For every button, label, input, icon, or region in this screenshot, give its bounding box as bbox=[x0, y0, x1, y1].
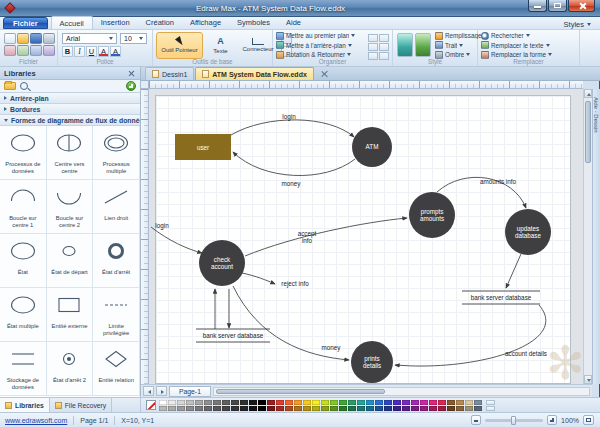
mettre-au-premier-plan-button[interactable]: Mettre au premier plan bbox=[276, 31, 355, 41]
palette-color[interactable] bbox=[186, 400, 194, 405]
no-fill-swatch[interactable] bbox=[146, 400, 156, 410]
collapsed-help-panel[interactable]: Aide - Dessin bbox=[592, 89, 600, 384]
undo-icon[interactable] bbox=[30, 45, 42, 56]
palette-color[interactable] bbox=[204, 400, 212, 405]
document-tab-atm-system-data-flow-eddx[interactable]: ATM System Data Flow.eddx bbox=[195, 67, 314, 80]
shape-centre-vers-centre[interactable]: Centre vers centre bbox=[47, 126, 94, 180]
palette-color[interactable] bbox=[294, 406, 302, 411]
palette-color[interactable] bbox=[276, 406, 284, 411]
zoom-out-button[interactable] bbox=[471, 415, 481, 425]
palette-color[interactable] bbox=[348, 406, 356, 411]
palette-color[interactable] bbox=[339, 406, 347, 411]
maximize-button[interactable] bbox=[548, 0, 567, 12]
shape-stockage-de-donn-es[interactable]: Stockage de données bbox=[0, 342, 47, 396]
panel-tab-libraries[interactable]: Libraries bbox=[0, 398, 50, 412]
styles-button[interactable]: Styles bbox=[564, 20, 591, 29]
palette-color[interactable] bbox=[330, 406, 338, 411]
palette-color[interactable] bbox=[312, 406, 320, 411]
palette-color[interactable] bbox=[474, 406, 482, 411]
format-button-3[interactable]: A bbox=[98, 46, 109, 57]
palette-color[interactable] bbox=[222, 400, 230, 405]
palette-color[interactable] bbox=[285, 406, 293, 411]
close-button[interactable] bbox=[568, 0, 595, 12]
menu-tab-cr-ation[interactable]: Création bbox=[138, 16, 182, 29]
scroll-up-icon[interactable] bbox=[584, 89, 592, 98]
palette-color[interactable] bbox=[267, 406, 275, 411]
edge-money[interactable] bbox=[233, 152, 355, 176]
palette-color[interactable] bbox=[348, 400, 356, 405]
shape-tat-de-d-part[interactable]: État de départ bbox=[47, 234, 94, 288]
connector-tool-button[interactable]: Connecteur bbox=[238, 32, 278, 59]
palette-color[interactable] bbox=[321, 400, 329, 405]
format-button-0[interactable]: B bbox=[62, 46, 73, 57]
palette-color[interactable] bbox=[393, 406, 401, 411]
horizontal-scroll-thumb[interactable] bbox=[216, 389, 385, 394]
copy-icon[interactable] bbox=[17, 45, 29, 56]
palette-color[interactable] bbox=[168, 400, 176, 405]
palette-color[interactable] bbox=[258, 400, 266, 405]
palette-color[interactable] bbox=[465, 400, 473, 405]
palette-color[interactable] bbox=[330, 400, 338, 405]
style-gallery-button-2[interactable] bbox=[415, 33, 431, 57]
palette-color[interactable] bbox=[312, 400, 320, 405]
palette-color[interactable] bbox=[411, 400, 419, 405]
palette-color[interactable] bbox=[384, 406, 392, 411]
edge-login[interactable] bbox=[231, 120, 354, 137]
edge-login[interactable] bbox=[151, 227, 202, 253]
palette-color[interactable] bbox=[159, 406, 167, 411]
menu-tab-aide[interactable]: Aide bbox=[278, 16, 309, 29]
palette-color[interactable] bbox=[177, 400, 185, 405]
palette-color[interactable] bbox=[177, 406, 185, 411]
scroll-down-icon[interactable] bbox=[584, 375, 592, 384]
menu-tab-affichage[interactable]: Affichage bbox=[182, 16, 229, 29]
menu-tab-symboles[interactable]: Symboles bbox=[229, 16, 278, 29]
edge-reject-info[interactable] bbox=[242, 273, 275, 284]
new-document-icon[interactable] bbox=[4, 33, 16, 44]
remplacer-le-texte-button[interactable]: Remplacer le texte bbox=[481, 41, 552, 51]
shape-processus-de-donn-es[interactable]: Processus de données bbox=[0, 126, 47, 180]
palette-color[interactable] bbox=[321, 406, 329, 411]
format-button-2[interactable]: U bbox=[86, 46, 97, 57]
palette-color[interactable] bbox=[465, 406, 473, 411]
library-section-arri-re-plan[interactable]: Arrière-plan bbox=[0, 93, 140, 104]
font-family-select[interactable]: Arial bbox=[62, 33, 117, 44]
shape-boucle-sur-centre-1[interactable]: Boucle sur centre 1 bbox=[0, 180, 47, 234]
palette-color[interactable] bbox=[411, 406, 419, 411]
close-panel-icon[interactable] bbox=[127, 69, 136, 78]
menu-tab-insertion[interactable]: Insertion bbox=[93, 16, 138, 29]
palette-color[interactable] bbox=[168, 406, 176, 411]
align-icon[interactable] bbox=[368, 34, 378, 42]
zoom-slider[interactable] bbox=[485, 419, 543, 422]
palette-color[interactable] bbox=[186, 406, 194, 411]
palette-down-icon[interactable] bbox=[486, 406, 495, 411]
align-icon[interactable] bbox=[379, 34, 389, 42]
palette-color[interactable] bbox=[429, 400, 437, 405]
page-tab[interactable]: Page-1 bbox=[169, 386, 211, 397]
close-document-button[interactable] bbox=[319, 68, 330, 79]
palette-color[interactable] bbox=[303, 400, 311, 405]
palette-color[interactable] bbox=[195, 400, 203, 405]
palette-color[interactable] bbox=[393, 400, 401, 405]
align-icon[interactable] bbox=[379, 43, 389, 51]
palette-color[interactable] bbox=[249, 400, 257, 405]
canvas[interactable]: loginmoneyloginacceptinfoamounts inforej… bbox=[149, 89, 583, 384]
palette-color[interactable] bbox=[258, 406, 266, 411]
palette-color[interactable] bbox=[438, 400, 446, 405]
palette-color[interactable] bbox=[240, 406, 248, 411]
palette-up-icon[interactable] bbox=[486, 400, 495, 405]
palette-color[interactable] bbox=[384, 400, 392, 405]
vertical-scrollbar[interactable] bbox=[583, 89, 592, 384]
shape-tat-multiple[interactable]: État multiple bbox=[0, 288, 47, 342]
palette-color[interactable] bbox=[420, 406, 428, 411]
text-tool-button[interactable]: Texte bbox=[206, 32, 235, 59]
palette-color[interactable] bbox=[285, 400, 293, 405]
palette-color[interactable] bbox=[402, 400, 410, 405]
palette-color[interactable] bbox=[447, 400, 455, 405]
palette-color[interactable] bbox=[231, 406, 239, 411]
palette-color[interactable] bbox=[357, 400, 365, 405]
palette-color[interactable] bbox=[267, 400, 275, 405]
shape-entit-relation[interactable]: Entité relation bbox=[93, 342, 140, 396]
font-size-select[interactable]: 10 bbox=[120, 33, 147, 44]
shape-processus-multiple[interactable]: Processus multiple bbox=[93, 126, 140, 180]
palette-color[interactable] bbox=[276, 400, 284, 405]
